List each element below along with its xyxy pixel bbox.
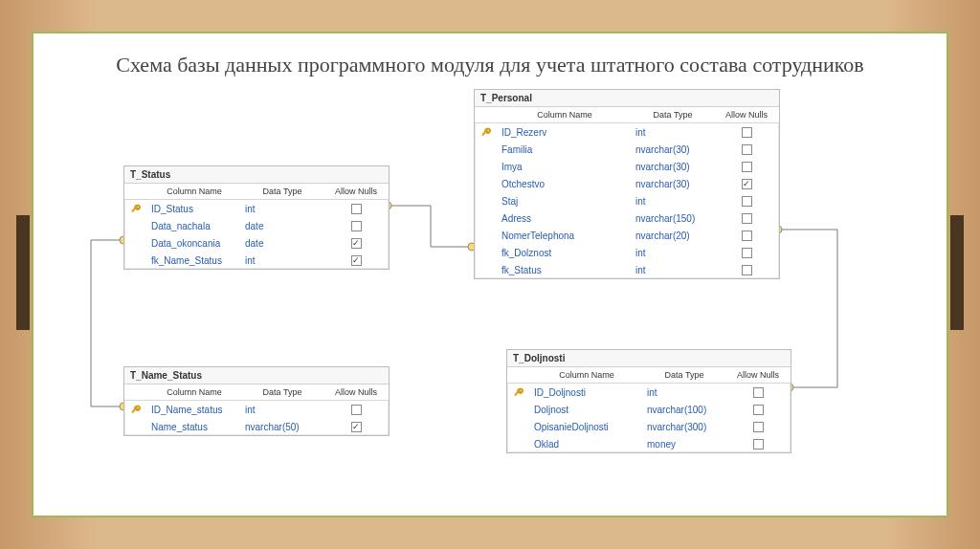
checkbox-icon (742, 179, 752, 189)
column-name-cell: Staj (498, 196, 632, 207)
allow-nulls-cell (323, 221, 389, 231)
header-key (475, 107, 498, 122)
allow-nulls-cell (714, 179, 779, 189)
table-body: ID_StatusintData_nachaladateData_okoncan… (124, 200, 389, 269)
column-name-cell: Oklad (530, 439, 643, 450)
allow-nulls-cell (714, 162, 779, 172)
checkbox-icon (742, 213, 752, 224)
table-t-doljnosti: T_Doljnosti Column Name Data Type Allow … (506, 349, 791, 453)
data-type-cell: money (643, 439, 725, 450)
column-name-cell: fk_Dolznost (498, 248, 632, 258)
checkbox-icon (753, 422, 764, 432)
allow-nulls-cell (323, 238, 389, 249)
table-row: fk_Name_Statusint (124, 252, 389, 269)
table-title: T_Doljnosti (507, 350, 791, 367)
table-t-status: T_Status Column Name Data Type Allow Nul… (123, 165, 390, 270)
column-name-cell: Name_status (147, 422, 241, 432)
header-data-type: Data Type (643, 367, 725, 383)
column-name-cell: NomerTelephona (498, 231, 632, 241)
data-type-cell: int (241, 204, 323, 214)
primary-key-cell (507, 387, 530, 397)
primary-key-cell (475, 127, 498, 137)
primary-key-cell (124, 204, 147, 213)
allow-nulls-cell (323, 255, 389, 266)
checkbox-icon (351, 221, 362, 231)
data-type-cell: nvarchar(30) (632, 179, 714, 189)
column-name-cell: Doljnost (530, 405, 643, 415)
header-column-name: Column Name (147, 184, 241, 199)
key-icon (514, 387, 523, 397)
table-row: ID_Rezervint (475, 123, 779, 141)
table-row: Stajint (475, 192, 779, 209)
allow-nulls-cell (725, 405, 791, 415)
checkbox-icon (753, 387, 764, 398)
checkbox-icon (742, 231, 752, 241)
table-t-name-status: T_Name_Status Column Name Data Type Allo… (123, 366, 390, 436)
table-header-row: Column Name Data Type Allow Nulls (124, 184, 389, 200)
data-type-cell: nvarchar(100) (643, 405, 725, 415)
key-icon (131, 204, 141, 213)
header-allow-nulls: Allow Nulls (323, 384, 389, 400)
checkbox-icon (742, 196, 752, 207)
allow-nulls-cell (714, 144, 779, 155)
column-name-cell: ID_Doljnosti (530, 387, 643, 398)
data-type-cell: int (632, 265, 714, 275)
table-row: ID_Doljnostiint (507, 384, 791, 401)
header-column-name: Column Name (498, 107, 632, 122)
column-name-cell: ID_Status (147, 204, 241, 214)
table-row: Otchestvonvarchar(30) (475, 175, 779, 192)
table-row: fk_Statusint (475, 261, 779, 278)
table-header-row: Column Name Data Type Allow Nulls (124, 384, 389, 401)
table-header-row: Column Name Data Type Allow Nulls (507, 367, 791, 384)
data-type-cell: nvarchar(30) (632, 144, 714, 155)
data-type-cell: int (632, 248, 714, 258)
header-data-type: Data Type (241, 184, 323, 199)
table-row: Adressnvarchar(150) (475, 209, 779, 227)
data-type-cell: nvarchar(30) (632, 162, 714, 172)
data-type-cell: int (241, 405, 323, 415)
key-icon (131, 405, 141, 414)
allow-nulls-cell (714, 213, 779, 224)
allow-nulls-cell (714, 231, 779, 241)
header-data-type: Data Type (632, 107, 714, 122)
checkbox-icon (742, 265, 752, 275)
table-body: ID_Name_statusintName_statusnvarchar(50) (124, 401, 389, 435)
header-key (124, 384, 147, 400)
checkbox-icon (742, 162, 752, 172)
diagram-canvas: T_Status Column Name Data Type Allow Nul… (33, 33, 947, 516)
data-type-cell: int (632, 196, 714, 207)
column-name-cell: Data_nachala (147, 221, 241, 231)
column-name-cell: ID_Rezerv (498, 127, 632, 138)
table-row: Name_statusnvarchar(50) (124, 418, 389, 435)
table-row: fk_Dolznostint (475, 244, 779, 261)
column-name-cell: ID_Name_status (147, 405, 241, 415)
column-name-cell: fk_Status (498, 265, 632, 275)
column-name-cell: OpisanieDoljnosti (530, 422, 643, 432)
allow-nulls-cell (323, 422, 389, 432)
header-allow-nulls: Allow Nulls (323, 184, 389, 199)
data-type-cell: date (241, 221, 323, 231)
header-column-name: Column Name (147, 384, 241, 400)
data-type-cell: nvarchar(300) (643, 422, 725, 432)
table-row: Doljnostnvarchar(100) (507, 401, 791, 418)
table-row: NomerTelephonanvarchar(20) (475, 227, 779, 244)
checkbox-icon (753, 405, 764, 415)
checkbox-icon (351, 204, 362, 214)
column-name-cell: Imya (498, 162, 632, 172)
checkbox-icon (753, 439, 764, 450)
checkbox-icon (351, 422, 362, 432)
column-name-cell: Otchestvo (498, 179, 632, 189)
table-header-row: Column Name Data Type Allow Nulls (475, 107, 779, 123)
data-type-cell: int (241, 255, 323, 266)
header-key (507, 367, 530, 383)
table-t-personal: T_Personal Column Name Data Type Allow N… (474, 89, 780, 279)
table-title: T_Personal (475, 90, 779, 107)
table-row: Data_nachaladate (124, 217, 389, 234)
allow-nulls-cell (714, 127, 779, 138)
column-name-cell: Adress (498, 213, 632, 224)
header-key (124, 184, 147, 199)
allow-nulls-cell (725, 387, 791, 398)
table-row: Familianvarchar(30) (475, 141, 779, 158)
allow-nulls-cell (714, 265, 779, 275)
data-type-cell: nvarchar(20) (632, 231, 714, 241)
